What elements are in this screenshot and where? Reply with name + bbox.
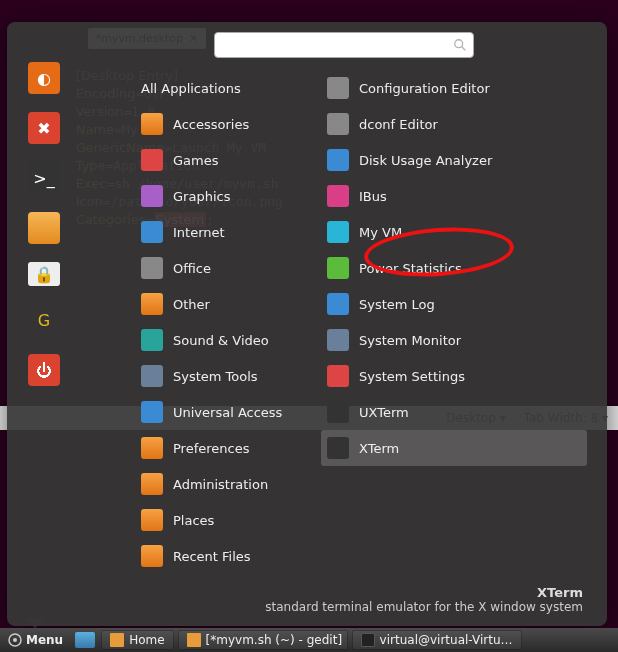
app-label: dconf Editor [359,117,438,132]
app-icon [327,113,349,135]
category-universal-access[interactable]: Universal Access [141,394,311,430]
category-places[interactable]: Places [141,502,311,538]
menu-button[interactable]: Menu [0,628,71,652]
category-icon [141,113,163,135]
category-label: Places [173,513,214,528]
task-label: virtual@virtual-Virtu… [380,633,513,647]
app-icon [327,221,349,243]
category-icon [141,257,163,279]
category-label: Graphics [173,189,230,204]
category-icon [141,473,163,495]
app-icon [327,185,349,207]
app-system-log[interactable]: System Log [321,286,587,322]
category-icon [141,365,163,387]
app-uxterm[interactable]: UXTerm [321,394,587,430]
app-icon [327,293,349,315]
app-label: Configuration Editor [359,81,490,96]
launcher-folder[interactable] [28,212,60,244]
taskbar-task[interactable]: virtual@virtual-Virtu… [352,630,522,650]
category-all-applications[interactable]: All Applications [141,70,311,106]
application-list: Configuration Editordconf EditorDisk Usa… [311,66,597,579]
category-preferences[interactable]: Preferences [141,430,311,466]
category-office[interactable]: Office [141,250,311,286]
app-system-monitor[interactable]: System Monitor [321,322,587,358]
launcher-terminal[interactable]: >_ [28,162,60,194]
app-label: XTerm [359,441,399,456]
category-icon [141,509,163,531]
category-label: Universal Access [173,405,282,420]
app-icon [327,149,349,171]
launcher-power[interactable]: ⏻ [28,354,60,386]
tooltip-title: XTerm [91,585,583,600]
category-icon [141,437,163,459]
svg-point-0 [455,40,463,48]
launcher-firefox[interactable]: ◐ [28,62,60,94]
task-label: [*myvm.sh (~) - gedit] [206,633,342,647]
task-icon [110,633,124,647]
category-games[interactable]: Games [141,142,311,178]
category-label: Office [173,261,211,276]
taskbar-task[interactable]: [*myvm.sh (~) - gedit] [178,630,348,650]
category-sound-video[interactable]: Sound & Video [141,322,311,358]
taskbar-panel: Menu Home[*myvm.sh (~) - gedit]virtual@v… [0,628,618,652]
app-my-vm[interactable]: My VM [321,214,587,250]
category-label: Games [173,153,218,168]
category-label: System Tools [173,369,258,384]
taskbar-task[interactable]: Home [101,630,173,650]
app-disk-usage-analyzer[interactable]: Disk Usage Analyzer [321,142,587,178]
category-label: Administration [173,477,268,492]
app-icon [327,329,349,351]
app-icon [327,365,349,387]
app-system-settings[interactable]: System Settings [321,358,587,394]
category-label: Preferences [173,441,249,456]
search-icon [453,38,467,52]
category-icon [141,329,163,351]
launcher-settings[interactable]: ✖ [28,112,60,144]
category-internet[interactable]: Internet [141,214,311,250]
app-tooltip: XTerm standard terminal emulator for the… [91,579,597,618]
category-icon [141,185,163,207]
search-input[interactable] [221,38,453,53]
search-box[interactable] [214,32,474,58]
category-label: Other [173,297,210,312]
app-xterm[interactable]: XTerm [321,430,587,466]
show-desktop-button[interactable] [75,632,95,648]
tooltip-description: standard terminal emulator for the X win… [91,600,583,614]
category-icon [141,545,163,567]
category-system-tools[interactable]: System Tools [141,358,311,394]
app-icon [327,401,349,423]
category-label: Internet [173,225,225,240]
app-label: Power Statistics [359,261,462,276]
app-icon [327,437,349,459]
app-label: Disk Usage Analyzer [359,153,492,168]
favorites-column: ◐✖>_🔒G⏻ [7,22,81,626]
category-icon [141,221,163,243]
app-power-statistics[interactable]: Power Statistics [321,250,587,286]
category-label: Sound & Video [173,333,269,348]
app-label: System Log [359,297,435,312]
category-icon [141,401,163,423]
app-ibus[interactable]: IBus [321,178,587,214]
app-label: System Monitor [359,333,461,348]
launcher-lock[interactable]: 🔒 [28,262,60,286]
app-icon [327,257,349,279]
task-icon [361,633,375,647]
category-label: Accessories [173,117,249,132]
app-label: UXTerm [359,405,409,420]
category-other[interactable]: Other [141,286,311,322]
app-configuration-editor[interactable]: Configuration Editor [321,70,587,106]
app-label: My VM [359,225,402,240]
category-accessories[interactable]: Accessories [141,106,311,142]
category-recent-files[interactable]: Recent Files [141,538,311,574]
category-icon [141,149,163,171]
application-menu-popup: ◐✖>_🔒G⏻ All Applications AccessoriesGame… [7,22,607,626]
svg-line-1 [462,47,466,51]
task-icon [187,633,201,647]
category-label: Recent Files [173,549,251,564]
category-administration[interactable]: Administration [141,466,311,502]
app-dconf-editor[interactable]: dconf Editor [321,106,587,142]
launcher-google[interactable]: G [28,304,60,336]
task-label: Home [129,633,164,647]
app-label: IBus [359,189,387,204]
category-graphics[interactable]: Graphics [141,178,311,214]
